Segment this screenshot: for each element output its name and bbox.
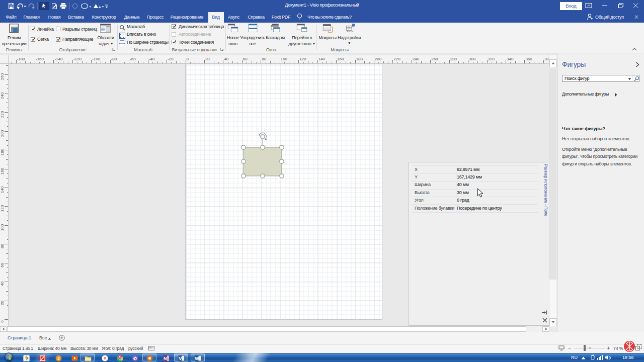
svg-text:V: V xyxy=(179,355,182,361)
svg-text:N: N xyxy=(163,356,167,361)
svg-text:2: 2 xyxy=(57,356,60,361)
svg-text:W: W xyxy=(195,356,199,361)
svg-text:Y: Y xyxy=(103,356,106,361)
svg-text:✆: ✆ xyxy=(133,356,136,361)
